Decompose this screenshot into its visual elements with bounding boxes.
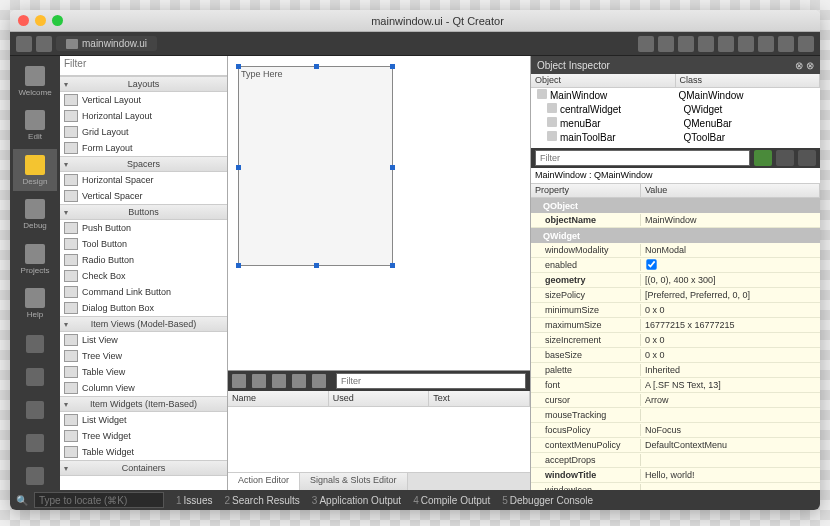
widget-filter-input[interactable] — [64, 58, 223, 69]
widget-item[interactable]: List View — [60, 332, 227, 348]
widget-category[interactable]: Layouts — [60, 76, 227, 92]
widget-category[interactable]: Containers — [60, 460, 227, 476]
property-row[interactable]: minimumSize0 x 0 — [531, 303, 820, 318]
column-header[interactable]: Value — [641, 184, 820, 197]
add-property-icon[interactable] — [754, 150, 772, 166]
mode-icon[interactable] — [658, 36, 674, 52]
mode-icon[interactable] — [738, 36, 754, 52]
config-icon[interactable] — [798, 150, 816, 166]
column-header[interactable]: Name — [228, 391, 329, 406]
sidebar-item-projects[interactable]: Projects — [13, 238, 57, 280]
column-header[interactable]: Property — [531, 184, 641, 197]
widget-category[interactable]: Item Views (Model-Based) — [60, 316, 227, 332]
widget-item[interactable]: Dialog Button Box — [60, 300, 227, 316]
column-header[interactable]: Object — [531, 74, 676, 87]
property-row[interactable]: sizePolicy[Preferred, Preferred, 0, 0] — [531, 288, 820, 303]
widget-item[interactable]: Tool Button — [60, 236, 227, 252]
object-tree-row[interactable]: centralWidgetQWidget — [531, 102, 820, 116]
object-tree-row[interactable]: mainToolBarQToolBar — [531, 130, 820, 144]
mode-icon[interactable] — [778, 36, 794, 52]
object-tree-row[interactable]: MainWindowQMainWindow — [531, 88, 820, 102]
output-pane-tab[interactable]: 2Search Results — [218, 495, 305, 506]
sidebar-item-design[interactable]: Design — [13, 149, 57, 191]
property-row[interactable]: paletteInherited — [531, 363, 820, 378]
form-preview[interactable]: Type Here — [238, 66, 393, 266]
property-row[interactable]: windowTitleHello, world! — [531, 468, 820, 483]
close-button[interactable] — [18, 15, 29, 26]
property-row[interactable]: objectNameMainWindow — [531, 213, 820, 228]
property-row[interactable]: cursorArrow — [531, 393, 820, 408]
menu-type-here[interactable]: Type Here — [241, 69, 283, 79]
widget-item[interactable]: Vertical Spacer — [60, 188, 227, 204]
copy-icon[interactable] — [252, 374, 266, 388]
property-row[interactable]: focusPolicyNoFocus — [531, 423, 820, 438]
output-pane-tab[interactable]: 3Application Output — [306, 495, 407, 506]
widget-item[interactable]: Command Link Button — [60, 284, 227, 300]
property-row[interactable]: acceptDrops — [531, 453, 820, 468]
action-filter-input[interactable] — [336, 373, 526, 389]
sidebar-tool[interactable] — [19, 463, 51, 490]
property-row[interactable]: baseSize0 x 0 — [531, 348, 820, 363]
widget-item[interactable]: Table View — [60, 364, 227, 380]
property-row[interactable]: windowIcon — [531, 483, 820, 490]
mode-icon[interactable] — [758, 36, 774, 52]
property-row[interactable]: geometry[(0, 0), 400 x 300] — [531, 273, 820, 288]
locate-icon[interactable]: 🔍 — [16, 495, 28, 506]
close-icon[interactable]: ⊗ ⊗ — [795, 60, 814, 71]
action-list[interactable] — [228, 407, 530, 472]
widget-category[interactable]: Spacers — [60, 156, 227, 172]
sidebar-tool[interactable] — [19, 430, 51, 457]
forward-icon[interactable] — [36, 36, 52, 52]
tool-icon[interactable] — [312, 374, 326, 388]
widget-item[interactable]: Tree Widget — [60, 428, 227, 444]
sidebar-item-help[interactable]: Help — [13, 282, 57, 324]
object-tree-row[interactable]: menuBarQMenuBar — [531, 116, 820, 130]
widget-category[interactable]: Buttons — [60, 204, 227, 220]
column-header[interactable]: Used — [329, 391, 430, 406]
property-group[interactable]: QWidget — [531, 228, 820, 243]
output-pane-tab[interactable]: 5Debugger Console — [496, 495, 599, 506]
property-row[interactable]: mouseTracking — [531, 408, 820, 423]
widget-item[interactable]: Vertical Layout — [60, 92, 227, 108]
sidebar-tool[interactable] — [19, 397, 51, 424]
paste-icon[interactable] — [272, 374, 286, 388]
widget-item[interactable]: Form Layout — [60, 140, 227, 156]
widget-item[interactable]: Horizontal Spacer — [60, 172, 227, 188]
widget-item[interactable]: Radio Button — [60, 252, 227, 268]
sidebar-item-welcome[interactable]: Welcome — [13, 60, 57, 102]
output-pane-tab[interactable]: 1Issues — [170, 495, 218, 506]
widget-item[interactable]: Column View — [60, 380, 227, 396]
widget-item[interactable]: Table Widget — [60, 444, 227, 460]
widget-item[interactable]: List Widget — [60, 412, 227, 428]
mode-icon[interactable] — [798, 36, 814, 52]
widget-item[interactable]: Tree View — [60, 348, 227, 364]
new-action-icon[interactable] — [232, 374, 246, 388]
file-tab[interactable]: mainwindow.ui — [56, 36, 157, 51]
locator-input[interactable] — [34, 492, 164, 508]
widget-item[interactable]: Grid Layout — [60, 124, 227, 140]
property-row[interactable]: maximumSize16777215 x 16777215 — [531, 318, 820, 333]
property-row[interactable]: fontA [.SF NS Text, 13] — [531, 378, 820, 393]
sidebar-item-edit[interactable]: Edit — [13, 104, 57, 146]
tab-signals-slots[interactable]: Signals & Slots Editor — [300, 473, 408, 490]
widget-item[interactable]: Check Box — [60, 268, 227, 284]
widget-item[interactable]: Push Button — [60, 220, 227, 236]
sidebar-tool[interactable] — [19, 331, 51, 358]
output-pane-tab[interactable]: 4Compile Output — [407, 495, 496, 506]
delete-icon[interactable] — [292, 374, 306, 388]
zoom-button[interactable] — [52, 15, 63, 26]
sidebar-tool[interactable] — [19, 364, 51, 391]
widget-category[interactable]: Item Widgets (Item-Based) — [60, 396, 227, 412]
property-filter-input[interactable] — [535, 150, 750, 166]
property-row[interactable]: sizeIncrement0 x 0 — [531, 333, 820, 348]
tab-action-editor[interactable]: Action Editor — [228, 473, 300, 490]
mode-icon[interactable] — [718, 36, 734, 52]
column-header[interactable]: Class — [676, 74, 821, 87]
widget-item[interactable]: Horizontal Layout — [60, 108, 227, 124]
minimize-button[interactable] — [35, 15, 46, 26]
sidebar-item-debug[interactable]: Debug — [13, 193, 57, 235]
property-row[interactable]: enabled — [531, 258, 820, 273]
design-canvas[interactable]: Type Here — [228, 56, 530, 370]
mode-icon[interactable] — [638, 36, 654, 52]
back-icon[interactable] — [16, 36, 32, 52]
